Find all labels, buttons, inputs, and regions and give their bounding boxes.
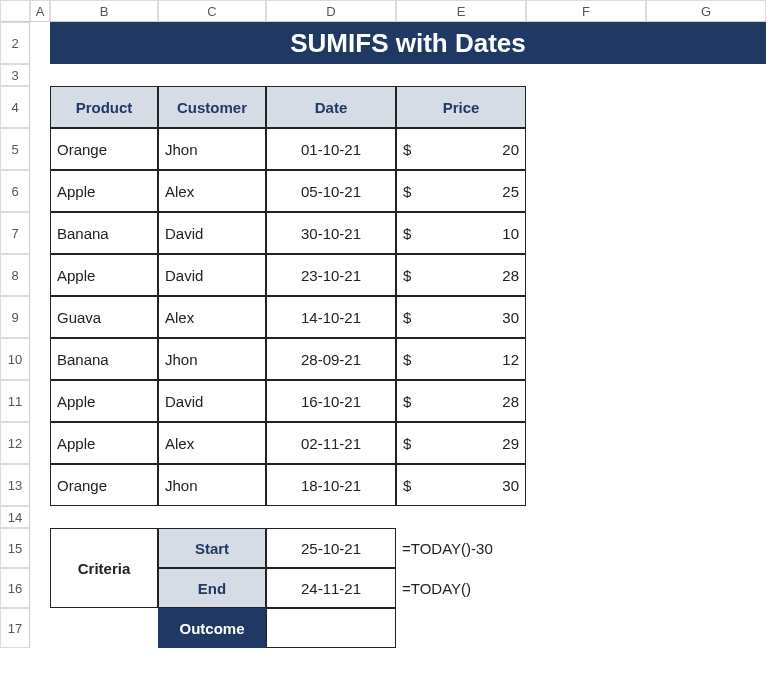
- row-header[interactable]: 9: [0, 296, 30, 338]
- row-header[interactable]: 4: [0, 86, 30, 128]
- page-title: SUMIFS with Dates: [50, 22, 766, 64]
- criteria-start-value[interactable]: 25-10-21: [266, 528, 396, 568]
- currency-symbol: $: [403, 141, 411, 158]
- row-header[interactable]: 14: [0, 506, 30, 528]
- criteria-end-label[interactable]: End: [158, 568, 266, 608]
- criteria-label[interactable]: Criteria: [50, 528, 158, 608]
- cell-price[interactable]: $29: [396, 422, 526, 464]
- cell-customer[interactable]: Alex: [158, 296, 266, 338]
- currency-symbol: $: [403, 267, 411, 284]
- cell-price[interactable]: $28: [396, 380, 526, 422]
- cell-product[interactable]: Guava: [50, 296, 158, 338]
- currency-symbol: $: [403, 435, 411, 452]
- cell-price[interactable]: $10: [396, 212, 526, 254]
- col-product[interactable]: Product: [50, 86, 158, 128]
- criteria-start-formula[interactable]: =TODAY()-30: [396, 528, 526, 568]
- cell-price[interactable]: $30: [396, 464, 526, 506]
- cell-customer[interactable]: David: [158, 212, 266, 254]
- cell-date[interactable]: 28-09-21: [266, 338, 396, 380]
- col-header[interactable]: B: [50, 0, 158, 22]
- col-header[interactable]: G: [646, 0, 766, 22]
- cell-price[interactable]: $28: [396, 254, 526, 296]
- currency-symbol: $: [403, 309, 411, 326]
- cell-product[interactable]: Banana: [50, 338, 158, 380]
- outcome-value[interactable]: [266, 608, 396, 648]
- col-header[interactable]: D: [266, 0, 396, 22]
- criteria-start-label[interactable]: Start: [158, 528, 266, 568]
- row-header[interactable]: 5: [0, 128, 30, 170]
- col-customer[interactable]: Customer: [158, 86, 266, 128]
- cell-date[interactable]: 01-10-21: [266, 128, 396, 170]
- row-header[interactable]: 7: [0, 212, 30, 254]
- currency-symbol: $: [403, 351, 411, 368]
- cell-customer[interactable]: Alex: [158, 422, 266, 464]
- cell-product[interactable]: Apple: [50, 170, 158, 212]
- price-value: 25: [502, 183, 519, 200]
- criteria-end-formula[interactable]: =TODAY(): [396, 568, 526, 608]
- col-header[interactable]: A: [30, 0, 50, 22]
- row-header[interactable]: 11: [0, 380, 30, 422]
- cell-product[interactable]: Orange: [50, 464, 158, 506]
- row-header[interactable]: 15: [0, 528, 30, 568]
- price-value: 29: [502, 435, 519, 452]
- cell-product[interactable]: Apple: [50, 422, 158, 464]
- cell-price[interactable]: $30: [396, 296, 526, 338]
- cell-date[interactable]: 23-10-21: [266, 254, 396, 296]
- row-header[interactable]: 2: [0, 22, 30, 64]
- price-value: 28: [502, 393, 519, 410]
- row-header[interactable]: 16: [0, 568, 30, 608]
- row-header[interactable]: 12: [0, 422, 30, 464]
- cell-customer[interactable]: Alex: [158, 170, 266, 212]
- row-header[interactable]: 13: [0, 464, 30, 506]
- cell-customer[interactable]: Jhon: [158, 338, 266, 380]
- col-header[interactable]: E: [396, 0, 526, 22]
- criteria-end-value[interactable]: 24-11-21: [266, 568, 396, 608]
- cell-customer[interactable]: Jhon: [158, 464, 266, 506]
- cell-product[interactable]: Banana: [50, 212, 158, 254]
- cell-date[interactable]: 02-11-21: [266, 422, 396, 464]
- cell-date[interactable]: 16-10-21: [266, 380, 396, 422]
- cell-product[interactable]: Orange: [50, 128, 158, 170]
- cell-product[interactable]: Apple: [50, 254, 158, 296]
- cell-date[interactable]: 30-10-21: [266, 212, 396, 254]
- row-header[interactable]: 3: [0, 64, 30, 86]
- col-header[interactable]: C: [158, 0, 266, 22]
- price-value: 30: [502, 477, 519, 494]
- currency-symbol: $: [403, 225, 411, 242]
- corner-cell: [0, 0, 30, 22]
- currency-symbol: $: [403, 393, 411, 410]
- price-value: 12: [502, 351, 519, 368]
- price-value: 28: [502, 267, 519, 284]
- col-price[interactable]: Price: [396, 86, 526, 128]
- row-header[interactable]: 10: [0, 338, 30, 380]
- price-value: 30: [502, 309, 519, 326]
- price-value: 10: [502, 225, 519, 242]
- row-header[interactable]: 8: [0, 254, 30, 296]
- cell-date[interactable]: 18-10-21: [266, 464, 396, 506]
- row-header[interactable]: 17: [0, 608, 30, 648]
- currency-symbol: $: [403, 183, 411, 200]
- currency-symbol: $: [403, 477, 411, 494]
- cell-date[interactable]: 14-10-21: [266, 296, 396, 338]
- cell-date[interactable]: 05-10-21: [266, 170, 396, 212]
- col-header[interactable]: F: [526, 0, 646, 22]
- outcome-label[interactable]: Outcome: [158, 608, 266, 648]
- cell-price[interactable]: $25: [396, 170, 526, 212]
- cell-price[interactable]: $20: [396, 128, 526, 170]
- cell-product[interactable]: Apple: [50, 380, 158, 422]
- cell-customer[interactable]: David: [158, 254, 266, 296]
- price-value: 20: [502, 141, 519, 158]
- col-date[interactable]: Date: [266, 86, 396, 128]
- cell-price[interactable]: $12: [396, 338, 526, 380]
- row-header[interactable]: 6: [0, 170, 30, 212]
- cell-customer[interactable]: David: [158, 380, 266, 422]
- cell-customer[interactable]: Jhon: [158, 128, 266, 170]
